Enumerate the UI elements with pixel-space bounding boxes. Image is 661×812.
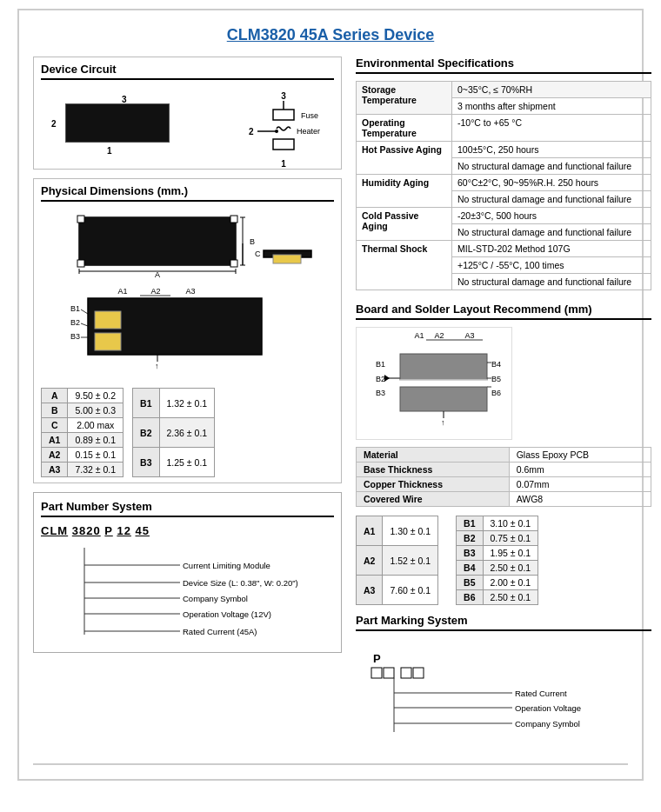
svg-rect-36 (95, 333, 121, 350)
svg-rect-66 (400, 354, 487, 380)
env-spec-value: No structural damage and functional fail… (452, 274, 651, 290)
circuit-diagram: 3 2 1 3 Fuse (41, 87, 334, 163)
table-row: B20.75 ± 0.1 (457, 531, 538, 546)
part-number-display: CLM 3820 P 12 45 (41, 524, 334, 537)
dim-label: B3 (457, 546, 483, 561)
part-number-lines: Current Limiting Module Device Size (L: … (41, 548, 334, 645)
svg-text:A3: A3 (464, 331, 474, 340)
part-marking-svg: P Rated Current Operation Voltage (356, 645, 651, 758)
dim-label: C (42, 418, 68, 433)
dim-label: A3 (357, 576, 383, 605)
dim-label: B1 (457, 516, 483, 531)
physical-dimensions-title: Physical Dimensions (mm.) (41, 184, 334, 202)
dim-value: 0.75 ± 0.1 (483, 531, 538, 546)
env-spec-label: Thermal Shock (357, 241, 452, 290)
material-row: Copper Thickness0.07mm (357, 477, 651, 492)
svg-rect-2 (273, 110, 294, 120)
svg-text:B5: B5 (491, 375, 501, 383)
dim-label: B2 (457, 531, 483, 546)
circuit-schematic-svg: 3 Fuse Heater 2 (240, 90, 327, 169)
env-spec-label: Operating Temperature (357, 115, 452, 142)
part-12: 12 (117, 524, 130, 537)
board-dim-table-right: B13.10 ± 0.1B20.75 ± 0.1B31.95 ± 0.1B42.… (456, 516, 538, 605)
env-spec-value: MIL-STD-202 Method 107G (452, 241, 651, 257)
table-row: A11.30 ± 0.1 (357, 516, 438, 546)
table-row: B31.95 ± 0.1 (457, 546, 538, 561)
table-row: B5.00 ± 0.3 (42, 403, 124, 418)
part-marking-diagram: P Rated Current Operation Voltage (356, 645, 651, 749)
env-spec-label: Humidity Aging (357, 175, 452, 208)
dim-label: B5 (457, 576, 483, 590)
svg-text:3: 3 (281, 91, 286, 101)
svg-point-8 (275, 130, 278, 133)
table-row: B22.36 ± 0.1 (133, 418, 215, 448)
env-spec-value: No structural damage and functional fail… (452, 158, 651, 175)
dim-value: 1.95 ± 0.1 (483, 546, 538, 561)
svg-text:Fuse: Fuse (301, 111, 318, 120)
dim-value: 3.10 ± 0.1 (483, 516, 538, 531)
svg-text:A1: A1 (117, 287, 127, 296)
table-row: B13.10 ± 0.1 (457, 516, 538, 531)
svg-line-41 (81, 309, 88, 314)
svg-text:B2: B2 (70, 318, 80, 327)
material-value: 0.07mm (509, 477, 651, 492)
dim-label: A3 (42, 463, 68, 477)
part-45: 45 (136, 524, 150, 537)
svg-text:B1: B1 (70, 304, 80, 313)
svg-rect-30 (273, 255, 301, 263)
svg-text:B3: B3 (70, 332, 80, 341)
svg-text:B6: B6 (491, 389, 501, 397)
dim-label: A1 (42, 433, 68, 448)
dim-value: 2.36 ± 0.1 (159, 418, 215, 448)
svg-text:A3: A3 (185, 287, 195, 296)
dim-value: 5.00 ± 0.3 (68, 403, 124, 418)
svg-text:↑: ↑ (441, 418, 445, 427)
dim-value: 1.52 ± 0.1 (383, 546, 438, 576)
env-spec-value: -20±3°C, 500 hours (452, 208, 651, 224)
env-spec-row: Thermal ShockMIL-STD-202 Method 107G (357, 241, 651, 257)
svg-text:1: 1 (281, 159, 286, 169)
dim-value: 2.00 max (68, 418, 124, 433)
svg-rect-78 (371, 668, 382, 678)
physical-dimensions-section: Physical Dimensions (mm.) (33, 178, 342, 483)
env-spec-value: No structural damage and functional fail… (452, 224, 651, 241)
svg-text:A: A (154, 270, 159, 278)
dim-label: A (42, 389, 68, 403)
svg-rect-16 (230, 216, 237, 223)
svg-text:P: P (373, 652, 381, 665)
material-row: Base Thickness0.6mm (357, 463, 651, 477)
part-p: P (104, 524, 112, 537)
svg-text:B4: B4 (491, 360, 501, 369)
top-view-diagram: A B C (62, 209, 314, 278)
environmental-specs-table: Storage Temperature0~35°C, ≤ 70%RH3 mont… (356, 81, 651, 290)
env-specs-title: Environmental Specifications (356, 57, 651, 74)
dim-value: 7.32 ± 0.1 (68, 463, 124, 477)
env-spec-row: Humidity Aging60°C±2°C, 90~95%R.H. 250 h… (357, 175, 651, 191)
svg-text:B1: B1 (376, 360, 385, 369)
table-row: A37.60 ± 0.1 (357, 576, 438, 605)
svg-rect-10 (273, 139, 294, 150)
env-spec-row: Storage Temperature0~35°C, ≤ 70%RH (357, 82, 651, 98)
env-spec-value: No structural damage and functional fail… (452, 191, 651, 208)
svg-rect-17 (77, 260, 84, 267)
dim-value: 0.89 ± 0.1 (68, 433, 124, 448)
env-spec-label: Storage Temperature (357, 82, 452, 115)
dimensions-table-right: B11.32 ± 0.1B22.36 ± 0.1B31.25 ± 0.1 (132, 388, 215, 477)
circuit-label-1: 1 (107, 146, 112, 156)
dim-value: 1.32 ± 0.1 (159, 389, 215, 418)
svg-text:Device Size (L: 0.38", W: 0.20: Device Size (L: 0.38", W: 0.20") (183, 578, 298, 588)
part-clm: CLM (41, 524, 68, 537)
dim-value: 2.50 ± 0.1 (483, 561, 538, 576)
dim-value: 1.25 ± 0.1 (159, 448, 215, 477)
board-layout-container: A2 A3 A1 B1 B2 B3 (356, 327, 651, 440)
part-number-title: Part Number System (41, 500, 334, 517)
svg-text:Current Limiting Module: Current Limiting Module (183, 561, 270, 570)
env-spec-row: Cold Passive Aging-20±3°C, 500 hours (357, 208, 651, 224)
device-circuit-section: Device Circuit 3 2 1 3 (33, 57, 342, 170)
svg-text:Operation Voltage (12V): Operation Voltage (12V) (183, 609, 271, 619)
env-spec-row: Hot Passive Aging100±5°C, 250 hours (357, 142, 651, 158)
page-title: CLM3820 45A Series Device (33, 19, 628, 44)
svg-rect-37 (95, 311, 121, 329)
env-spec-value: 60°C±2°C, 90~95%R.H. 250 hours (452, 175, 651, 191)
material-row: Covered WireAWG8 (357, 492, 651, 507)
